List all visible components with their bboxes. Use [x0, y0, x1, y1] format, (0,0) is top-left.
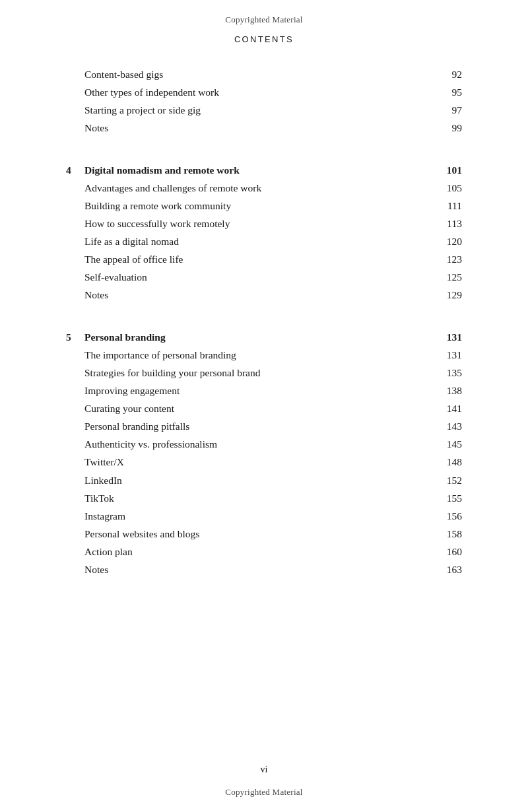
toc-entry-advantages: Advantages and challenges of remote work…: [66, 179, 462, 197]
toc-entry-authenticity: Authenticity vs. professionalism 145: [66, 435, 462, 453]
toc-entry-branding-pitfalls: Personal branding pitfalls 143: [66, 417, 462, 435]
toc-entry-notes-129: Notes 129: [66, 286, 462, 304]
toc-entry-notes-99: Notes 99: [66, 119, 462, 137]
toc-entry-improving-engagement: Improving engagement 138: [66, 382, 462, 399]
toc-entry-building-community: Building a remote work community 111: [66, 197, 462, 215]
toc-section-4: 4 Digital nomadism and remote work 101 A…: [66, 161, 462, 304]
contents-title: CONTENTS: [66, 34, 462, 44]
toc-entry-notes-163: Notes 163: [66, 560, 462, 578]
toc-entry-strategies-branding: Strategies for building your personal br…: [66, 364, 462, 382]
toc-entry-instagram: Instagram 156: [66, 507, 462, 525]
toc-chapter-4-heading: 4 Digital nomadism and remote work 101: [66, 161, 462, 179]
toc-entry-action-plan: Action plan 160: [66, 543, 462, 560]
toc-entry-successfully-work: How to successfully work remotely 113: [66, 215, 462, 232]
toc-entry-life-nomad: Life as a digital nomad 120: [66, 232, 462, 250]
toc-entry-personal-websites: Personal websites and blogs 158: [66, 525, 462, 543]
toc-entry-linkedin: LinkedIn 152: [66, 471, 462, 489]
toc-section-end3: Content-based gigs 92 Other types of ind…: [66, 65, 462, 137]
toc-entry-starting-project: Starting a project or side gig 97: [66, 101, 462, 119]
toc-entry-importance-branding: The importance of personal branding 131: [66, 346, 462, 364]
page-container: Copyrighted Material CONTENTS Content-ba…: [0, 0, 528, 812]
toc-entry-twitter: Twitter/X 148: [66, 453, 462, 471]
header-copyright: Copyrighted Material: [66, 0, 462, 25]
toc-entry-curating-content: Curating your content 141: [66, 399, 462, 417]
toc-entry-content-gigs: Content-based gigs 92: [66, 65, 462, 83]
toc-chapter-5-heading: 5 Personal branding 131: [66, 328, 462, 346]
toc-section-5: 5 Personal branding 131 The importance o…: [66, 328, 462, 579]
toc-entry-self-evaluation: Self-evaluation 125: [66, 268, 462, 286]
toc-entry-tiktok: TikTok 155: [66, 489, 462, 507]
footer-copyright: Copyrighted Material: [0, 787, 528, 797]
toc-entry-other-types: Other types of independent work 95: [66, 83, 462, 101]
toc-entry-appeal-office: The appeal of office life 123: [66, 250, 462, 268]
footer-page-number: vi: [0, 764, 528, 775]
